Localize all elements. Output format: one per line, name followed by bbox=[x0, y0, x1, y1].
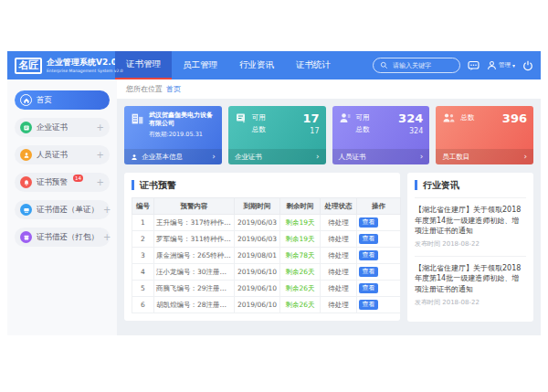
expand-plus-icon[interactable]: + bbox=[97, 151, 104, 160]
tab-cert-statistics[interactable]: 证书统计 bbox=[285, 51, 342, 79]
personnel-cert-icon bbox=[20, 149, 32, 161]
table-row: 4 汪小龙编号：30注册类人... 2019/06/10 剩余26天 待处理 查… bbox=[132, 264, 401, 281]
cert-alert-panel: 证书预警 编号 预警内容 到期时间 剩余时间 bbox=[124, 173, 400, 321]
card-employees[interactable]: 总数 396 员工数目 › bbox=[436, 106, 533, 164]
person-card-icon bbox=[339, 111, 352, 149]
cell-status: 待处理 bbox=[321, 281, 357, 297]
chevron-right-icon: › bbox=[212, 153, 216, 161]
industry-news-panel: 行业资讯 【湖北省住建厅】关于领取2018年度第14批一级建造师初始、增项注册证… bbox=[407, 173, 533, 322]
card-employees-values: 396 bbox=[502, 111, 527, 149]
cell-id: 4 bbox=[132, 264, 154, 281]
search-icon bbox=[380, 61, 388, 69]
card-company-text: 武汉贺鑫伽美电力设备有限公司 有效期:2019.05.31 bbox=[149, 111, 216, 149]
view-button[interactable]: 查看 bbox=[359, 267, 378, 277]
cell-remain: 剩余26天 bbox=[280, 264, 321, 281]
building-icon bbox=[131, 111, 144, 149]
sidebar-item-personnel-cert[interactable]: 人员证书 + bbox=[15, 145, 110, 164]
sidebar-item-label: 证书预警 bbox=[37, 177, 68, 188]
card-enterprise-values: 17 17 bbox=[302, 111, 319, 149]
card-personnel-certs[interactable]: 可用 总数 324 324 人员证书 › bbox=[332, 106, 430, 164]
table-row: 6 胡凯煌编号：28注册类人... 2019/06/10 剩余26天 待处理 查… bbox=[132, 297, 401, 313]
chevron-right-icon: › bbox=[523, 153, 527, 161]
content: 武汉贺鑫伽美电力设备有限公司 有效期:2019.05.31 企业基本信息 › bbox=[117, 99, 541, 335]
view-button[interactable]: 查看 bbox=[359, 300, 378, 310]
card-personnel-footer[interactable]: 人员证书 › bbox=[332, 149, 430, 164]
search-box[interactable] bbox=[373, 58, 460, 73]
cell-status: 待处理 bbox=[321, 215, 357, 231]
col-remain: 剩余时间 bbox=[280, 198, 321, 215]
cell-id: 3 bbox=[132, 248, 154, 264]
card-footer-label: 企业基本信息 bbox=[142, 153, 183, 162]
news-item-title: 【湖北省住建厅】关于领取2018年度第14批一级建造师初始、增项注册证书的通知 bbox=[415, 263, 526, 295]
top-header: 名匠 企业管理系统V2.0 Enterprise Management Syst… bbox=[7, 51, 541, 79]
table-header-row: 编号 预警内容 到期时间 剩余时间 处理状态 操作 bbox=[132, 198, 401, 215]
news-item-title: 【湖北省住建厅】关于领取2018年度第14批一级建造师初始、增项注册证书的通知 bbox=[415, 205, 526, 237]
card-employees-footer[interactable]: 员工数目 › bbox=[436, 149, 533, 164]
view-button[interactable]: 查看 bbox=[359, 234, 378, 244]
news-item-meta: 发布时间 2018-08-22 bbox=[415, 298, 526, 307]
user-menu[interactable]: 管理 ▾ bbox=[487, 60, 515, 70]
table-row: 5 商腾飞编号：29注册类人... 2019/06/10 剩余26天 待处理 查… bbox=[132, 281, 401, 297]
card-company-footer[interactable]: 企业基本信息 › bbox=[124, 149, 222, 164]
cell-remain: 剩余19天 bbox=[280, 231, 321, 248]
cell-expire: 2019/08/01 bbox=[235, 248, 280, 264]
view-button[interactable]: 查看 bbox=[359, 217, 378, 228]
tab-industry-news[interactable]: 行业资讯 bbox=[228, 51, 285, 79]
search-input[interactable] bbox=[391, 61, 453, 70]
chevron-right-icon: › bbox=[316, 153, 320, 161]
news-item-meta: 发布时间 2018-08-22 bbox=[415, 239, 526, 249]
body-row: 首页 企业证书 + 人员证书 + 证书预警 1 bbox=[7, 79, 541, 335]
tab-cert-management[interactable]: 证书管理 bbox=[115, 51, 172, 79]
sidebar: 首页 企业证书 + 人员证书 + 证书预警 1 bbox=[7, 79, 117, 335]
cell-expire: 2019/06/03 bbox=[235, 231, 280, 248]
card-personnel-labels: 可用 总数 bbox=[356, 111, 370, 149]
header-actions: 管理 ▾ bbox=[373, 51, 541, 79]
message-icon[interactable] bbox=[468, 60, 480, 71]
company-validity: 有效期:2019.05.31 bbox=[149, 131, 216, 139]
sidebar-item-cert-alert[interactable]: 证书预警 14 + bbox=[15, 173, 110, 192]
user-label: 管理 bbox=[499, 61, 511, 69]
view-button[interactable]: 查看 bbox=[359, 283, 378, 293]
lend-package-icon bbox=[20, 231, 32, 243]
cell-expire: 2019/06/10 bbox=[235, 264, 280, 281]
expand-plus-icon[interactable]: + bbox=[97, 123, 104, 132]
cell-status: 待处理 bbox=[321, 231, 357, 248]
sidebar-item-lend-single[interactable]: 证书借还（单证） + bbox=[15, 200, 110, 219]
cell-actions: 查看处理 bbox=[357, 281, 401, 297]
sidebar-item-home[interactable]: 首页 bbox=[15, 90, 110, 110]
cell-remain: 剩余19天 bbox=[280, 215, 321, 231]
card-personnel-top: 可用 总数 324 324 bbox=[332, 106, 430, 149]
card-employees-labels: 总数 bbox=[460, 111, 474, 149]
cell-content: 汪小龙编号：30注册类人... bbox=[154, 264, 235, 281]
cell-content: 罗军编号：311特种作业... bbox=[154, 231, 235, 248]
sidebar-item-label: 企业证书 bbox=[37, 122, 68, 133]
cell-id: 1 bbox=[132, 215, 154, 231]
expand-plus-icon[interactable]: + bbox=[103, 233, 111, 242]
cert-alert-title: 证书预警 bbox=[132, 180, 393, 190]
app-subtitle: Enterprise Management System v2.0 bbox=[47, 69, 101, 73]
cell-content: 胡凯煌编号：28注册类人... bbox=[154, 297, 235, 313]
card-company-info[interactable]: 武汉贺鑫伽美电力设备有限公司 有效期:2019.05.31 企业基本信息 › bbox=[124, 106, 222, 164]
view-button[interactable]: 查看 bbox=[359, 250, 378, 260]
logout-power-icon[interactable] bbox=[522, 60, 533, 71]
cell-actions: 查看处理 bbox=[357, 215, 401, 231]
card-footer-label: 人员证书 bbox=[339, 153, 366, 162]
cell-status: 待处理 bbox=[321, 297, 357, 313]
sidebar-item-enterprise-cert[interactable]: 企业证书 + bbox=[15, 118, 110, 137]
card-enterprise-certs[interactable]: 可用 总数 17 17 企业证书 › bbox=[228, 106, 326, 164]
news-item[interactable]: 【湖北省住建厅】关于领取2018年度第14批一级建造师初始、增项注册证书的通知 … bbox=[415, 256, 526, 314]
available-value: 17 bbox=[302, 112, 319, 124]
total-value: 324 bbox=[398, 127, 423, 135]
card-enterprise-footer[interactable]: 企业证书 › bbox=[228, 149, 326, 164]
available-label: 可用 bbox=[252, 113, 266, 122]
tab-employee-management[interactable]: 员工管理 bbox=[172, 51, 228, 79]
expand-plus-icon[interactable]: + bbox=[97, 178, 104, 187]
breadcrumb-home-link[interactable]: 首页 bbox=[166, 84, 181, 94]
table-row: 3 康金洲编号：265特种作... 2019/08/01 剩余78天 待处理 查… bbox=[132, 248, 401, 264]
sidebar-item-lend-package[interactable]: 证书借还（打包） + bbox=[15, 228, 110, 247]
expand-plus-icon[interactable]: + bbox=[103, 206, 111, 215]
news-item[interactable]: 【湖北省住建厅】关于领取2018年度第14批一级建造师初始、增项注册证书的通知 … bbox=[415, 197, 526, 256]
app-logo: 名匠 企业管理系统V2.0 Enterprise Management Syst… bbox=[7, 51, 115, 79]
breadcrumb-prefix: 您所在位置 bbox=[126, 84, 163, 94]
sidebar-item-label: 首页 bbox=[37, 95, 52, 106]
